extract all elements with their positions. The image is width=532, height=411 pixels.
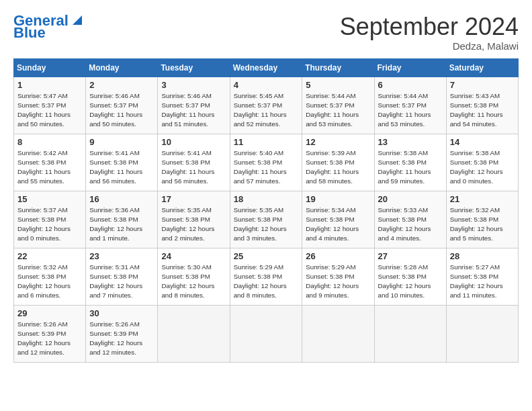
day-info: Sunrise: 5:45 AMSunset: 5:37 PMDaylight:… [234,92,287,128]
calendar-day-cell: 14 Sunrise: 5:38 AMSunset: 5:38 PMDaylig… [446,134,518,191]
day-number: 12 [306,137,370,147]
day-number: 23 [89,251,154,261]
calendar-day-cell: 11 Sunrise: 5:40 AMSunset: 5:38 PMDaylig… [230,134,302,191]
day-info: Sunrise: 5:41 AMSunset: 5:38 PMDaylight:… [161,149,214,185]
day-number: 4 [234,80,299,90]
day-number: 9 [89,137,154,147]
day-number: 26 [306,251,370,261]
day-of-week-header: Sunday [14,58,86,77]
calendar-day-cell: 15 Sunrise: 5:37 AMSunset: 5:38 PMDaylig… [14,191,86,248]
calendar-day-cell: 29 Sunrise: 5:26 AMSunset: 5:39 PMDaylig… [14,305,86,362]
calendar-week-row: 29 Sunrise: 5:26 AMSunset: 5:39 PMDaylig… [14,305,519,362]
calendar-week-row: 1 Sunrise: 5:47 AMSunset: 5:37 PMDayligh… [14,77,519,134]
calendar-week-row: 15 Sunrise: 5:37 AMSunset: 5:38 PMDaylig… [14,191,519,248]
day-number: 27 [378,251,443,261]
day-info: Sunrise: 5:41 AMSunset: 5:38 PMDaylight:… [89,149,142,185]
calendar-day-cell: 25 Sunrise: 5:29 AMSunset: 5:38 PMDaylig… [230,248,302,305]
calendar-day-cell [302,305,374,362]
calendar-day-cell: 20 Sunrise: 5:33 AMSunset: 5:38 PMDaylig… [374,191,446,248]
month-title: September 2024 [340,13,519,40]
day-info: Sunrise: 5:39 AMSunset: 5:38 PMDaylight:… [306,149,359,185]
logo: General Blue [13,13,83,40]
day-number: 28 [450,251,515,261]
calendar-day-cell: 23 Sunrise: 5:31 AMSunset: 5:38 PMDaylig… [86,248,158,305]
day-info: Sunrise: 5:43 AMSunset: 5:38 PMDaylight:… [450,92,503,128]
day-info: Sunrise: 5:26 AMSunset: 5:39 PMDaylight:… [17,320,71,357]
day-info: Sunrise: 5:26 AMSunset: 5:39 PMDaylight:… [89,320,142,357]
calendar-day-cell: 21 Sunrise: 5:32 AMSunset: 5:38 PMDaylig… [446,191,518,248]
day-info: Sunrise: 5:46 AMSunset: 5:37 PMDaylight:… [161,92,214,128]
day-number: 30 [89,308,154,318]
calendar-day-cell [158,305,230,362]
calendar-day-cell: 28 Sunrise: 5:27 AMSunset: 5:38 PMDaylig… [446,248,518,305]
day-number: 17 [161,194,226,204]
calendar-day-cell: 5 Sunrise: 5:44 AMSunset: 5:37 PMDayligh… [302,77,374,134]
day-number: 24 [161,251,226,261]
calendar-day-cell [446,305,518,362]
calendar-day-cell [230,305,302,362]
calendar-day-cell: 22 Sunrise: 5:32 AMSunset: 5:38 PMDaylig… [14,248,86,305]
day-info: Sunrise: 5:36 AMSunset: 5:38 PMDaylight:… [89,206,142,242]
day-number: 14 [450,137,515,147]
calendar-day-cell: 1 Sunrise: 5:47 AMSunset: 5:37 PMDayligh… [14,77,86,134]
day-number: 8 [17,137,82,147]
day-of-week-header: Saturday [446,58,518,77]
calendar-day-cell: 24 Sunrise: 5:30 AMSunset: 5:38 PMDaylig… [158,248,230,305]
day-number: 22 [17,251,82,261]
calendar-day-cell: 10 Sunrise: 5:41 AMSunset: 5:38 PMDaylig… [158,134,230,191]
calendar-day-cell: 4 Sunrise: 5:45 AMSunset: 5:37 PMDayligh… [230,77,302,134]
day-of-week-header: Thursday [302,58,374,77]
day-number: 3 [161,80,226,90]
day-of-week-header: Tuesday [158,58,230,77]
day-info: Sunrise: 5:29 AMSunset: 5:38 PMDaylight:… [306,263,359,300]
day-info: Sunrise: 5:44 AMSunset: 5:37 PMDaylight:… [306,92,359,128]
calendar-day-cell: 26 Sunrise: 5:29 AMSunset: 5:38 PMDaylig… [302,248,374,305]
calendar-day-cell: 17 Sunrise: 5:35 AMSunset: 5:38 PMDaylig… [158,191,230,248]
calendar-day-cell: 16 Sunrise: 5:36 AMSunset: 5:38 PMDaylig… [86,191,158,248]
logo-arrow-icon [70,13,83,26]
day-number: 20 [378,194,443,204]
day-info: Sunrise: 5:35 AMSunset: 5:38 PMDaylight:… [234,206,287,242]
calendar-day-cell: 18 Sunrise: 5:35 AMSunset: 5:38 PMDaylig… [230,191,302,248]
calendar-day-cell: 6 Sunrise: 5:44 AMSunset: 5:37 PMDayligh… [374,77,446,134]
calendar-day-cell: 13 Sunrise: 5:38 AMSunset: 5:38 PMDaylig… [374,134,446,191]
day-info: Sunrise: 5:46 AMSunset: 5:37 PMDaylight:… [89,92,142,128]
title-area: September 2024 Dedza, Malawi [340,13,519,52]
day-number: 1 [17,80,82,90]
day-number: 19 [306,194,370,204]
page-header: General Blue September 2024 Dedza, Malaw… [13,13,519,52]
day-info: Sunrise: 5:40 AMSunset: 5:38 PMDaylight:… [234,149,287,185]
day-info: Sunrise: 5:32 AMSunset: 5:38 PMDaylight:… [17,263,71,300]
day-info: Sunrise: 5:28 AMSunset: 5:38 PMDaylight:… [378,263,431,300]
day-info: Sunrise: 5:34 AMSunset: 5:38 PMDaylight:… [306,206,359,242]
calendar-day-cell [374,305,446,362]
day-number: 7 [450,80,515,90]
day-number: 16 [89,194,154,204]
location: Dedza, Malawi [340,40,519,52]
day-number: 15 [17,194,82,204]
day-number: 11 [234,137,299,147]
day-info: Sunrise: 5:42 AMSunset: 5:38 PMDaylight:… [17,149,71,185]
day-number: 10 [161,137,226,147]
calendar-day-cell: 2 Sunrise: 5:46 AMSunset: 5:37 PMDayligh… [86,77,158,134]
day-info: Sunrise: 5:33 AMSunset: 5:38 PMDaylight:… [378,206,431,242]
day-number: 13 [378,137,443,147]
day-info: Sunrise: 5:32 AMSunset: 5:38 PMDaylight:… [450,206,503,242]
day-number: 2 [89,80,154,90]
day-info: Sunrise: 5:29 AMSunset: 5:38 PMDaylight:… [234,263,287,300]
calendar-day-cell: 19 Sunrise: 5:34 AMSunset: 5:38 PMDaylig… [302,191,374,248]
day-info: Sunrise: 5:47 AMSunset: 5:37 PMDaylight:… [17,92,71,128]
calendar-day-cell: 30 Sunrise: 5:26 AMSunset: 5:39 PMDaylig… [86,305,158,362]
calendar-day-cell: 27 Sunrise: 5:28 AMSunset: 5:38 PMDaylig… [374,248,446,305]
day-info: Sunrise: 5:30 AMSunset: 5:38 PMDaylight:… [161,263,214,300]
day-info: Sunrise: 5:31 AMSunset: 5:38 PMDaylight:… [89,263,142,300]
day-info: Sunrise: 5:27 AMSunset: 5:38 PMDaylight:… [450,263,503,300]
calendar-day-cell: 8 Sunrise: 5:42 AMSunset: 5:38 PMDayligh… [14,134,86,191]
day-info: Sunrise: 5:37 AMSunset: 5:38 PMDaylight:… [17,206,71,242]
logo-blue: Blue [13,26,46,40]
calendar-week-row: 8 Sunrise: 5:42 AMSunset: 5:38 PMDayligh… [14,134,519,191]
calendar-day-cell: 3 Sunrise: 5:46 AMSunset: 5:37 PMDayligh… [158,77,230,134]
day-info: Sunrise: 5:38 AMSunset: 5:38 PMDaylight:… [450,149,503,185]
day-info: Sunrise: 5:35 AMSunset: 5:38 PMDaylight:… [161,206,214,242]
day-of-week-header: Monday [86,58,158,77]
